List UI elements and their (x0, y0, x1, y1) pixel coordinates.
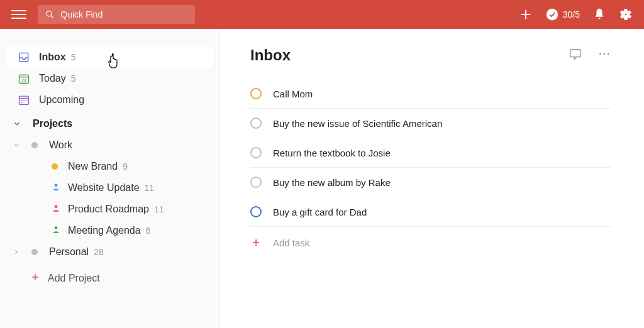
settings-button[interactable] (619, 8, 633, 21)
person-icon (52, 225, 60, 236)
task-checkbox[interactable] (250, 177, 262, 188)
search-input[interactable] (60, 9, 187, 19)
plus-icon (519, 8, 533, 21)
add-task-label: Add task (273, 238, 309, 248)
svg-line-1 (51, 16, 53, 18)
project-count: 9 (123, 161, 128, 172)
task-label: Return the textbook to Josie (273, 148, 391, 158)
task-label: Buy the new issue of Scientific American (273, 118, 442, 129)
task-checkbox[interactable] (250, 147, 262, 158)
svg-point-24 (599, 53, 601, 55)
svg-point-19 (55, 226, 58, 229)
task-checkbox[interactable] (250, 88, 262, 99)
gear-icon (619, 8, 633, 21)
projects-section-header[interactable]: Projects (0, 111, 219, 134)
svg-point-0 (47, 11, 52, 16)
check-circle-icon (545, 8, 559, 21)
project-color-icon (52, 161, 58, 172)
inbox-icon (16, 51, 31, 63)
project-color-icon (31, 139, 38, 151)
task-row[interactable]: Call Mom (250, 79, 611, 109)
add-task-button[interactable]: + Add task (250, 227, 611, 258)
top-bar: 30/5 (0, 0, 644, 29)
task-row[interactable]: Buy the new album by Rake (250, 168, 611, 197)
task-label: Buy a gift card for Dad (273, 207, 367, 217)
project-website-update[interactable]: Website Update11 (0, 177, 219, 199)
svg-point-20 (31, 249, 38, 255)
project-label: Personal (49, 246, 89, 258)
top-bar-actions: 30/5 (519, 8, 633, 21)
project-new-brand[interactable]: New Brand9 (0, 156, 219, 177)
task-row[interactable]: Return the textbook to Josie (250, 138, 611, 168)
project-label: Product Roadmap (68, 204, 149, 215)
projects-header-label: Projects (33, 118, 72, 129)
comment-icon (569, 47, 582, 61)
add-project-button[interactable]: Add Project (0, 263, 219, 289)
karma-count: 30/5 (563, 9, 580, 19)
chevron-down-icon (13, 119, 21, 128)
project-meeting-agenda[interactable]: Meeting Agenda6 (0, 220, 219, 241)
productivity-karma-button[interactable]: 30/5 (545, 8, 580, 21)
sidebar-item-label: Inbox (39, 52, 66, 63)
calendar-today-icon: 28 (16, 72, 31, 85)
sidebar-item-upcoming[interactable]: Upcoming (6, 89, 213, 111)
bell-icon (592, 8, 606, 21)
task-row[interactable]: Buy the new issue of Scientific American (250, 109, 611, 138)
task-row[interactable]: Buy a gift card for Dad (250, 197, 611, 227)
project-count: 28 (94, 247, 104, 257)
project-product-roadmap[interactable]: Product Roadmap11 (0, 199, 219, 220)
main-content: Inbox Call MomBuy the new issue of Scien… (220, 29, 644, 328)
sidebar-item-inbox[interactable]: Inbox5 (6, 46, 213, 68)
svg-point-16 (52, 163, 58, 170)
task-list: Call MomBuy the new issue of Scientific … (250, 79, 611, 227)
comments-button[interactable] (569, 47, 582, 63)
sidebar-item-label: Today (39, 73, 66, 84)
task-checkbox[interactable] (250, 206, 262, 217)
project-count: 11 (154, 204, 164, 214)
page-title: Inbox (250, 46, 569, 64)
svg-point-17 (55, 183, 58, 187)
plus-icon: + (250, 237, 262, 248)
svg-point-26 (608, 53, 609, 55)
project-personal[interactable]: Personal28 (0, 241, 219, 263)
sidebar-item-label: Upcoming (39, 94, 84, 106)
chevron-down-icon[interactable] (13, 141, 20, 149)
search-box[interactable] (38, 5, 195, 24)
svg-point-25 (604, 53, 606, 55)
menu-toggle-button[interactable] (11, 7, 26, 22)
sidebar-item-count: 5 (71, 52, 76, 62)
project-label: Meeting Agenda (68, 225, 141, 236)
sidebar-item-count: 5 (71, 74, 76, 84)
calendar-upcoming-icon (16, 94, 31, 106)
notifications-button[interactable] (592, 8, 606, 21)
person-icon (52, 182, 60, 194)
project-color-icon (31, 246, 38, 258)
add-project-label: Add Project (48, 273, 100, 284)
svg-rect-23 (570, 50, 581, 57)
person-icon (52, 204, 60, 215)
task-label: Buy the new album by Rake (273, 177, 391, 188)
more-horizontal-icon (597, 47, 611, 61)
project-label: Website Update (68, 182, 140, 194)
project-count: 6 (146, 226, 151, 236)
svg-point-15 (31, 142, 38, 148)
search-icon (45, 9, 54, 19)
add-task-quick-button[interactable] (519, 8, 533, 21)
svg-text:28: 28 (21, 78, 26, 82)
plus-icon (30, 272, 40, 285)
svg-point-4 (547, 9, 558, 20)
task-label: Call Mom (273, 89, 313, 99)
task-checkbox[interactable] (250, 118, 262, 129)
project-label: Work (49, 139, 72, 151)
project-count: 11 (145, 183, 155, 193)
sidebar-item-today[interactable]: 28Today5 (6, 68, 213, 89)
sidebar: Inbox528Today5Upcoming Projects WorkNew … (0, 29, 220, 328)
chevron-right-icon[interactable] (13, 248, 20, 256)
svg-point-18 (55, 205, 58, 208)
project-label: New Brand (68, 161, 118, 172)
project-work[interactable]: Work (0, 134, 219, 156)
more-options-button[interactable] (597, 47, 611, 63)
